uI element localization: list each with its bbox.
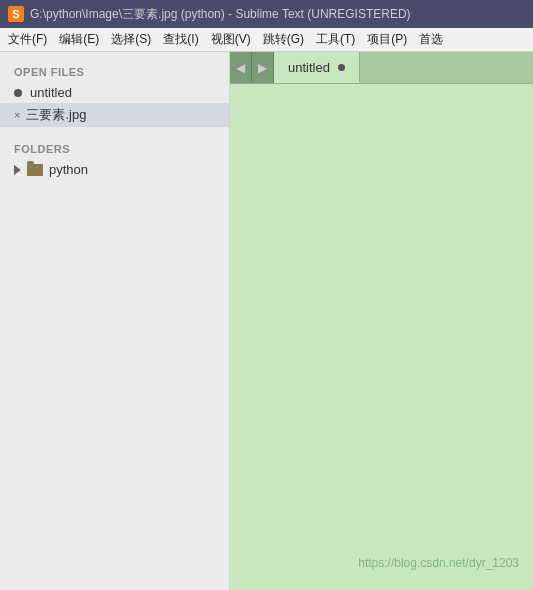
menu-tools[interactable]: 工具(T): [310, 29, 361, 50]
title-bar: S G:\python\Image\三要素.jpg (python) - Sub…: [0, 0, 533, 28]
folders-section: FOLDERS python: [0, 137, 229, 180]
folder-python-label: python: [49, 162, 88, 177]
menu-view[interactable]: 视图(V): [205, 29, 257, 50]
tab-nav-right[interactable]: ▶: [252, 52, 274, 83]
editor-content[interactable]: https://blog.csdn.net/dyr_1203: [230, 84, 533, 590]
tab-nav-left[interactable]: ◀: [230, 52, 252, 83]
tab-bar: ◀ ▶ untitled: [230, 52, 533, 84]
folder-icon: [27, 164, 43, 176]
folders-label: FOLDERS: [0, 137, 229, 159]
file-unsaved-dot: [14, 89, 22, 97]
sidebar-file-sanyaosu-label: 三要素.jpg: [26, 106, 86, 124]
sidebar-file-untitled-label: untitled: [30, 85, 72, 100]
tab-untitled[interactable]: untitled: [274, 52, 360, 83]
menu-find[interactable]: 查找(I): [157, 29, 204, 50]
main-area: OPEN FILES untitled × 三要素.jpg FOLDERS py…: [0, 52, 533, 590]
menu-preferences[interactable]: 首选: [413, 29, 449, 50]
menu-edit[interactable]: 编辑(E): [53, 29, 105, 50]
sidebar: OPEN FILES untitled × 三要素.jpg FOLDERS py…: [0, 52, 230, 590]
sublime-icon: S: [8, 6, 24, 22]
tab-untitled-label: untitled: [288, 60, 330, 75]
menu-select[interactable]: 选择(S): [105, 29, 157, 50]
sidebar-folder-python[interactable]: python: [0, 159, 229, 180]
close-file-icon[interactable]: ×: [14, 109, 20, 121]
folder-arrow-icon: [14, 165, 21, 175]
menu-file[interactable]: 文件(F): [2, 29, 53, 50]
open-files-label: OPEN FILES: [0, 60, 229, 82]
menu-goto[interactable]: 跳转(G): [257, 29, 310, 50]
menu-bar: 文件(F) 编辑(E) 选择(S) 查找(I) 视图(V) 跳转(G) 工具(T…: [0, 28, 533, 52]
editor-area: ◀ ▶ untitled https://blog.csdn.net/dyr_1…: [230, 52, 533, 590]
tab-unsaved-dot: [338, 64, 345, 71]
watermark-text: https://blog.csdn.net/dyr_1203: [358, 556, 519, 570]
window-title: G:\python\Image\三要素.jpg (python) - Subli…: [30, 6, 411, 23]
sidebar-file-sanyaosu[interactable]: × 三要素.jpg: [0, 103, 229, 127]
menu-project[interactable]: 项目(P): [361, 29, 413, 50]
sidebar-file-untitled[interactable]: untitled: [0, 82, 229, 103]
